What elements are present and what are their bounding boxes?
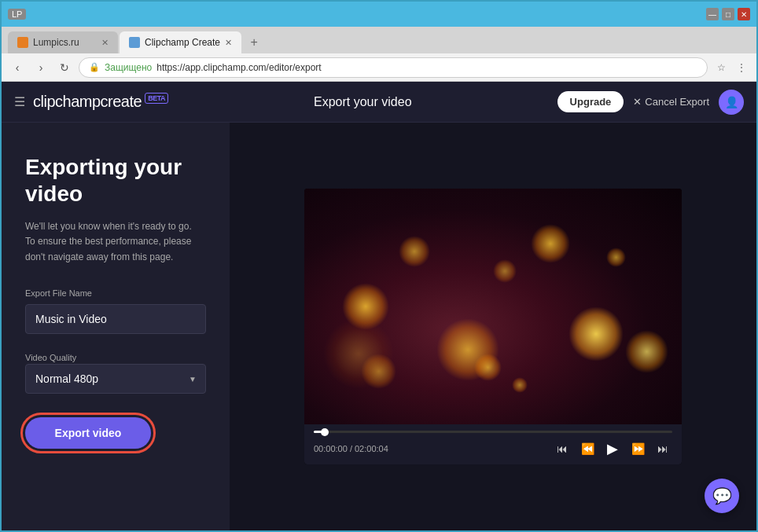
progress-bar[interactable] <box>314 431 672 433</box>
progress-dot <box>321 428 329 436</box>
quality-section: Video Quality Normal 480p High 720p Full… <box>25 350 206 394</box>
time-separator: / <box>348 444 355 453</box>
new-tab-button[interactable]: + <box>243 31 265 53</box>
chat-button[interactable]: 💬 <box>705 479 739 513</box>
user-avatar[interactable]: 👤 <box>719 90 744 115</box>
menu-icon[interactable]: ☰ <box>14 94 25 109</box>
logo-span: create <box>101 93 142 110</box>
sidebar: Exporting your video We'll let you know … <box>2 123 230 530</box>
video-area: 00:00:00 / 02:00:04 ⏮ ⏪ ▶ ⏩ ⏭ <box>230 123 756 530</box>
upgrade-button[interactable]: Upgrade <box>557 91 624 112</box>
cancel-label: Cancel Export <box>645 96 709 108</box>
export-title: Exporting your video <box>25 154 206 207</box>
beta-badge: BETA <box>145 93 168 104</box>
header-actions: Upgrade ✕ Cancel Export 👤 <box>557 90 744 115</box>
quality-select-wrapper: Normal 480p High 720p Full HD 1080p <box>25 364 206 394</box>
app-header: ☰ clipchampcreateBETA Export your video … <box>2 82 756 123</box>
app-logo: clipchampcreateBETA <box>33 93 168 111</box>
minimize-button[interactable]: — <box>706 8 719 20</box>
header-title: Export your video <box>168 95 557 109</box>
time-display: 00:00:00 / 02:00:04 <box>314 444 388 453</box>
main-layout: Exporting your video We'll let you know … <box>2 123 756 530</box>
address-input[interactable]: 🔒 Защищено https://app.clipchamp.com/edi… <box>79 57 708 78</box>
address-actions: ☆ ⋮ <box>712 59 750 76</box>
time-current: 00:00:00 <box>314 444 348 453</box>
win-controls: — □ ✕ <box>706 8 750 20</box>
skip-back-button[interactable]: ⏮ <box>553 439 572 458</box>
tab-label-lumpics: Lumpics.ru <box>33 37 79 48</box>
secure-label: Защищено <box>105 62 152 73</box>
maximize-button[interactable]: □ <box>722 8 734 20</box>
quality-label: Video Quality <box>25 353 76 362</box>
tab-lumpics[interactable]: Lumpics.ru ✕ <box>8 31 118 53</box>
title-bar-left: LP <box>8 9 26 20</box>
time-total: 02:00:04 <box>355 444 388 453</box>
close-button[interactable]: ✕ <box>738 8 750 20</box>
back-button[interactable]: ‹ <box>8 58 27 77</box>
chat-icon: 💬 <box>712 486 732 505</box>
controls-row: 00:00:00 / 02:00:04 ⏮ ⏪ ▶ ⏩ ⏭ <box>314 439 672 458</box>
export-desc-line2: To ensure the best performance, please d… <box>25 236 191 262</box>
tab-favicon-clipchamp <box>129 37 140 48</box>
play-button[interactable]: ▶ <box>603 439 622 458</box>
address-bar: ‹ › ↻ 🔒 Защищено https://app.clipchamp.c… <box>2 53 756 82</box>
browser-window: LP — □ ✕ Lumpics.ru ✕ Clipchamp Create ✕… <box>0 0 758 532</box>
video-preview <box>304 189 682 424</box>
tab-clipchamp[interactable]: Clipchamp Create ✕ <box>120 31 241 53</box>
app-content: ☰ clipchampcreateBETA Export your video … <box>2 82 756 530</box>
video-controls: 00:00:00 / 02:00:04 ⏮ ⏪ ▶ ⏩ ⏭ <box>304 424 682 464</box>
file-name-label: Export File Name <box>25 288 206 298</box>
cancel-button[interactable]: ✕ Cancel Export <box>633 96 709 108</box>
export-video-button[interactable]: Export video <box>25 417 151 449</box>
secure-icon: 🔒 <box>89 62 100 72</box>
export-description: We'll let you know when it's ready to go… <box>25 219 206 265</box>
more-options-icon[interactable]: ⋮ <box>733 59 750 76</box>
export-desc-line1: We'll let you know when it's ready to go… <box>25 221 192 232</box>
rewind-button[interactable]: ⏪ <box>578 439 597 458</box>
tab-bar: Lumpics.ru ✕ Clipchamp Create ✕ + <box>2 27 756 53</box>
skip-forward-button[interactable]: ⏭ <box>653 439 672 458</box>
quality-select[interactable]: Normal 480p High 720p Full HD 1080p <box>25 364 206 394</box>
tab-close-lumpics[interactable]: ✕ <box>101 38 109 48</box>
forward-button[interactable]: › <box>31 58 50 77</box>
cancel-icon: ✕ <box>633 96 642 108</box>
tab-label-clipchamp: Clipchamp Create <box>145 37 220 48</box>
lp-label: LP <box>8 9 26 20</box>
title-bar: LP — □ ✕ <box>2 2 756 27</box>
refresh-button[interactable]: ↻ <box>55 58 74 77</box>
tab-close-clipchamp[interactable]: ✕ <box>225 38 232 48</box>
file-name-input[interactable] <box>25 304 206 334</box>
tab-favicon-lumpics <box>17 37 28 48</box>
video-player: 00:00:00 / 02:00:04 ⏮ ⏪ ▶ ⏩ ⏭ <box>304 189 682 464</box>
bookmark-icon[interactable]: ☆ <box>712 59 730 76</box>
address-url: https://app.clipchamp.com/editor/export <box>156 62 321 73</box>
logo-text: clipchamp <box>33 93 101 110</box>
fast-forward-button[interactable]: ⏩ <box>628 439 647 458</box>
